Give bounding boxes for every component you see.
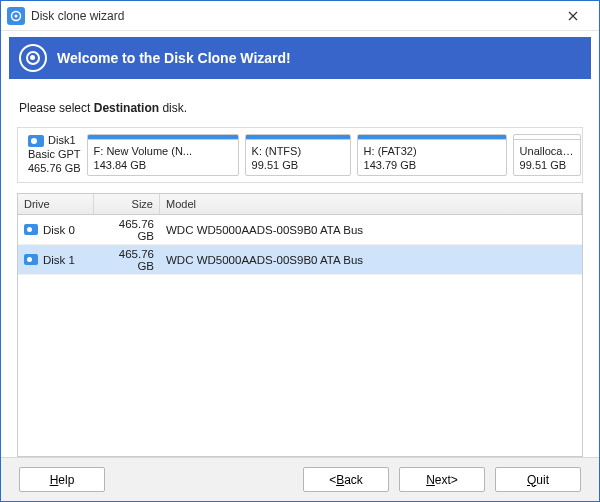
footer: Help <Back Next> Quit — [1, 457, 599, 501]
row-size: 465.76 GB — [94, 218, 160, 242]
row-model: WDC WD5000AADS-00S9B0 ATA Bus — [160, 224, 582, 236]
back-button[interactable]: <Back — [303, 467, 389, 492]
instruction-prefix: Please select — [19, 101, 94, 115]
disk-summary: Disk1 Basic GPT 465.76 GB — [24, 134, 81, 176]
table-header: Drive Size Model — [18, 194, 582, 215]
close-button[interactable] — [553, 2, 593, 30]
partition-size: 99.51 GB — [252, 158, 344, 172]
svg-point-1 — [15, 14, 18, 17]
partition-size: 143.79 GB — [364, 158, 500, 172]
partition-bar-icon — [514, 135, 580, 140]
partition-label: H: (FAT32) — [364, 144, 500, 158]
help-button[interactable]: Help — [19, 467, 105, 492]
close-icon — [568, 11, 578, 21]
disk-total-size: 465.76 GB — [28, 162, 81, 176]
header-drive[interactable]: Drive — [18, 194, 94, 214]
partition-k[interactable]: K: (NTFS) 99.51 GB — [245, 134, 351, 176]
quit-button[interactable]: Quit — [495, 467, 581, 492]
instruction-text: Please select Destination disk. — [19, 101, 583, 115]
next-button[interactable]: Next> — [399, 467, 485, 492]
partition-bar-icon — [358, 135, 506, 140]
partition-label: K: (NTFS) — [252, 144, 344, 158]
partition-size: 143.84 GB — [94, 158, 232, 172]
disk-layout-panel: Disk1 Basic GPT 465.76 GB F: New Volume … — [17, 127, 583, 183]
row-size: 465.76 GB — [94, 248, 160, 272]
partition-bar-icon — [88, 135, 238, 140]
drive-table: Drive Size Model Disk 0 465.76 GB WDC WD… — [17, 193, 583, 457]
disk-type: Basic GPT — [28, 148, 81, 162]
table-row[interactable]: Disk 0 465.76 GB WDC WD5000AADS-00S9B0 A… — [18, 215, 582, 245]
row-drive: Disk 0 — [43, 224, 75, 236]
partition-f[interactable]: F: New Volume (N... 143.84 GB — [87, 134, 239, 176]
content-area: Please select Destination disk. Disk1 Ba… — [9, 79, 591, 457]
banner-title: Welcome to the Disk Clone Wizard! — [57, 50, 291, 66]
instruction-bold: Destination — [94, 101, 159, 115]
partition-unallocated[interactable]: Unallocated 99.51 GB — [513, 134, 581, 176]
disk-clone-icon — [19, 44, 47, 72]
row-drive: Disk 1 — [43, 254, 75, 266]
partition-bar-icon — [246, 135, 350, 140]
partition-label: F: New Volume (N... — [94, 144, 232, 158]
disk-icon — [24, 254, 38, 265]
window-title: Disk clone wizard — [31, 9, 553, 23]
instruction-suffix: disk. — [159, 101, 187, 115]
wizard-banner: Welcome to the Disk Clone Wizard! — [9, 37, 591, 79]
header-model[interactable]: Model — [160, 194, 582, 214]
disk-icon — [24, 224, 38, 235]
disk-icon — [28, 135, 44, 147]
partition-h[interactable]: H: (FAT32) 143.79 GB — [357, 134, 507, 176]
header-size[interactable]: Size — [94, 194, 160, 214]
table-row[interactable]: Disk 1 465.76 GB WDC WD5000AADS-00S9B0 A… — [18, 245, 582, 275]
partition-size: 99.51 GB — [520, 158, 574, 172]
disk-name: Disk1 — [48, 134, 76, 148]
titlebar: Disk clone wizard — [1, 1, 599, 31]
app-icon — [7, 7, 25, 25]
partition-label: Unallocated — [520, 144, 574, 158]
row-model: WDC WD5000AADS-00S9B0 ATA Bus — [160, 254, 582, 266]
